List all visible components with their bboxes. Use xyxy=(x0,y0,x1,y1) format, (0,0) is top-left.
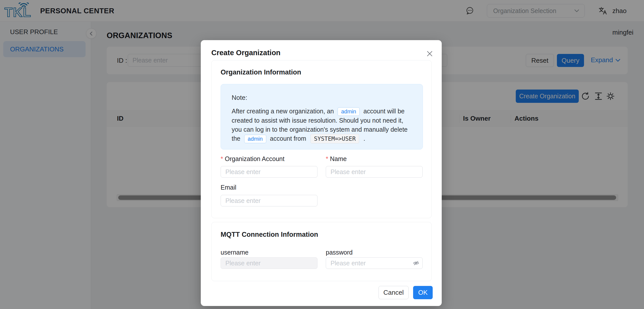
system-user-code-chip: SYSTEM=>USER xyxy=(310,134,359,143)
note-box: Note: After creating a new organization,… xyxy=(221,84,423,149)
cancel-button[interactable]: Cancel xyxy=(378,286,409,299)
section-heading: MQTT Connection Information xyxy=(221,231,318,239)
required-asterisk: * xyxy=(221,155,223,162)
note-label: Note: xyxy=(232,94,412,102)
name-input[interactable] xyxy=(326,166,423,178)
organization-account-input[interactable] xyxy=(221,166,317,178)
organization-account-label: *Organization Account xyxy=(221,155,284,163)
label-text: Name xyxy=(330,155,347,162)
close-icon xyxy=(426,50,433,57)
note-text-part: account from xyxy=(270,135,306,142)
label-text: Organization Account xyxy=(225,155,285,162)
required-asterisk: * xyxy=(326,155,328,162)
organization-information-section: Organization Information Note: After cre… xyxy=(211,60,432,218)
app-root: TKL PERSONAL CENTER Organization Selecti… xyxy=(0,0,644,309)
note-text-part: . xyxy=(363,135,365,142)
ok-button[interactable]: OK xyxy=(413,286,433,299)
email-input[interactable] xyxy=(221,195,317,206)
modal-title: Create Organization xyxy=(211,49,281,57)
modal-close-button[interactable] xyxy=(425,49,434,58)
mqtt-password-label: password xyxy=(326,249,353,256)
email-label: Email xyxy=(221,184,236,191)
mqtt-password-input[interactable] xyxy=(326,257,423,269)
create-organization-modal: Create Organization Organization Informa… xyxy=(201,40,442,306)
mqtt-username-label: username xyxy=(221,249,248,256)
mqtt-password-field xyxy=(326,257,423,269)
eye-invisible-icon[interactable] xyxy=(413,260,420,267)
name-label: *Name xyxy=(326,155,347,163)
section-heading: Organization Information xyxy=(221,68,301,76)
note-text: After creating a new organization, an ad… xyxy=(232,107,412,143)
admin-tag: admin xyxy=(338,107,360,116)
mqtt-username-input xyxy=(221,257,317,269)
mqtt-connection-section: MQTT Connection Information username pas… xyxy=(211,222,432,281)
admin-tag: admin xyxy=(244,135,266,143)
note-text-part: After creating a new organization, an xyxy=(232,108,334,115)
